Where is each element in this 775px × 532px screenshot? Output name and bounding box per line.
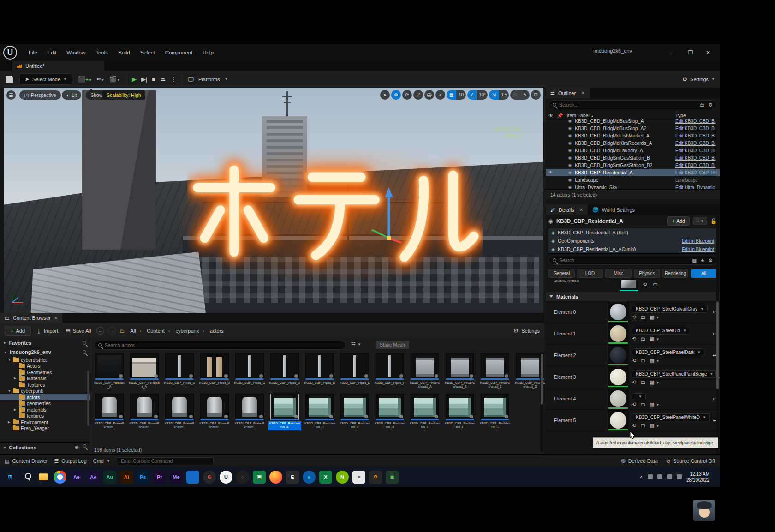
material-picker-icon[interactable]: ▩ ▼ [650,401,659,407]
use-selected-icon[interactable]: ⟲ [632,358,636,364]
materials-section-header[interactable]: Materials [546,292,720,301]
asset-tile[interactable]: KB3D_CBP_Residential_D [373,394,406,430]
asset-tile[interactable]: KB3D_CBP_Residential_E [408,394,441,430]
photoshop-icon[interactable]: Ps [137,471,149,484]
folder-item[interactable]: actors [0,394,90,400]
folder-item[interactable]: Actors [0,363,90,370]
close-icon[interactable]: ✕ [54,316,58,321]
cmd-dropdown[interactable]: Cmd▼ [93,458,110,464]
derived-data-button[interactable]: ⛁Derived Data [621,458,657,464]
close-icon[interactable]: ✕ [581,90,584,96]
start-icon[interactable]: ⊞ [4,471,17,484]
filter-dropdown[interactable]: ☱ ▼ [351,341,361,347]
folder-item[interactable]: Textures [0,382,90,388]
cb-settings-button[interactable]: ⚙ Settings [513,327,540,334]
details-tab[interactable]: 🖉 Details✕ [546,204,588,215]
eye-icon[interactable]: 👁 [548,113,554,118]
scale-snap-value[interactable]: 0.5 [499,90,509,100]
details-search-input[interactable]: Search ▦ ★ ⚙ [548,256,717,265]
material-dropdown[interactable]: KB3D_CBP_SteelPanelPaintBeige▼ [632,370,716,378]
settings-dropdown[interactable]: ⚙ Settings ▼ [682,76,715,83]
add-component-button[interactable]: +Add [667,216,690,226]
folder-item[interactable]: ▶ materials [0,406,90,413]
asset-tile[interactable]: KB3D_CBP_PowerExhaust_ [198,394,231,430]
blueprints-button[interactable]: ▪▫▼ [97,76,105,83]
component-row[interactable]: ◈ GeoComponents Edit in Blueprint [548,237,717,245]
back-icon[interactable]: ← [96,327,104,335]
world-settings-tab[interactable]: 🌐 World Settings [588,204,639,215]
viewport[interactable]: ホテル [4,88,543,313]
surface-snap-icon[interactable]: ⌖ [435,90,445,100]
excel-icon[interactable]: X [319,471,332,484]
folder-item[interactable]: ▶ Environment [0,419,90,425]
search-icon[interactable] [83,444,86,448]
outliner-tab[interactable]: ☰ Outliner✕ [546,88,590,98]
world-space-icon[interactable]: ⨁ [424,90,434,100]
filter-chip[interactable]: Physics [634,269,660,278]
menu-item[interactable]: Build [113,48,135,58]
output-log-button[interactable]: ☰Output Log [54,458,86,464]
scalability-warning[interactable]: Scalability: High [102,90,145,100]
use-selected-icon[interactable]: ⟲ [632,423,636,429]
folder-item[interactable]: ▶ Materials [0,376,90,382]
edit-in-blueprint-link[interactable]: Edit in Blueprint [682,239,714,244]
asset-tile[interactable]: KB3D_CBP_PowerExhaust_ [93,394,126,430]
pin-icon[interactable]: 📌 [557,113,563,119]
asset-search-input[interactable]: Search actors [94,341,346,350]
outliner-row[interactable]: 👁 ◉ KB3D_CBD_BldgMdKiraRecords_A Edit KB… [546,139,720,147]
filter-chip[interactable]: LOD [577,269,603,278]
geforce-icon[interactable]: N [336,471,349,484]
material-dropdown[interactable]: KB3D_CBP_SteelOld▼ [632,327,690,335]
breadcrumb-item[interactable]: cyberpunk [173,328,206,334]
grid-snap-icon[interactable]: ▦ [447,90,456,100]
network-icon[interactable] [648,474,653,479]
eye-icon[interactable]: 👁 [548,170,555,175]
item-label-column[interactable]: Item Label ▲ [567,113,594,118]
menu-item[interactable]: Window [61,48,90,58]
use-selected-icon[interactable]: ⟲ [632,314,636,320]
collections-section[interactable]: ▶ Collections ⊕ [0,442,90,452]
breadcrumb-item[interactable]: actors [208,328,226,334]
round-app-icon[interactable]: ◌ [236,471,249,484]
edit-in-blueprint-link[interactable]: Edit in Blueprint [682,247,714,252]
lit-dropdown[interactable]: ◐Lit [62,90,81,100]
blue-app-icon[interactable] [186,471,199,484]
chrome-icon[interactable] [54,471,66,484]
volume-icon[interactable] [677,474,682,479]
frame-skip-button[interactable]: ▶| [141,76,147,83]
static-mesh-thumbnail[interactable] [620,280,638,291]
folder-item[interactable]: Eren_Yeager [0,425,90,432]
close-button[interactable]: ✕ [699,44,717,61]
source-control-button[interactable]: ⊘Source Control Off [666,458,715,464]
material-thumbnail[interactable] [608,302,628,322]
outliner-row[interactable]: 👁 ◉ Landscape Landscape [546,176,720,184]
maximize-viewport-icon[interactable]: ⊞ [531,90,541,100]
outliner-search-input[interactable]: Search... 🗀 ⚙ [548,100,717,109]
breadcrumb-item[interactable]: All [128,328,143,334]
premiere-icon[interactable]: Pr [153,471,166,484]
edit-blueprint-link[interactable]: Edit KB3D_CBD_Bl [675,155,720,161]
new-folder-icon[interactable]: 🗀 [700,102,705,108]
outliner-row[interactable]: 👁 ◉ KB3D_CBD_BldgSmGasStation_B Edit KB3… [546,154,720,161]
viewport-options-icon[interactable]: ☰ [6,90,16,100]
asset-tile[interactable]: KB3D_CBP_Parallax_A [93,353,126,390]
browse-to-asset-icon[interactable]: 🗀 [640,314,645,320]
asset-tile[interactable]: KB3D_CBP_Residential_C [338,394,371,430]
asset-tile[interactable]: KB3D_CBP_PowerExhaust_A [408,353,441,390]
filter-chip[interactable]: General [548,269,575,278]
use-selected-icon[interactable]: ⟲ [643,281,647,287]
add-actor-button[interactable]: ⬛+▼ [78,76,92,83]
file-explorer-icon[interactable] [37,471,50,484]
asset-tile[interactable]: KB3D_CBP_Residential_F [443,394,477,430]
asset-tile[interactable]: KB3D_CBP_Pipes_F [373,353,406,390]
use-selected-icon[interactable]: ⟲ [632,379,636,385]
component-view-dropdown[interactable]: ▪▫ ▼ [693,217,707,225]
edit-blueprint-link[interactable]: Edit KB3D_CBD_Bl [675,148,720,153]
browse-to-asset-icon[interactable]: 🗀 [640,336,645,342]
g-app-icon[interactable]: G [203,471,216,484]
material-picker-icon[interactable]: ▩ ▼ [650,336,659,342]
outliner-row[interactable]: 👁 ◉ KB3D_CBD_BldgMdLaundry_A Edit KB3D_C… [546,147,720,154]
material-dropdown[interactable]: KB3D_CBP_SteelPanelDark▼ [632,348,704,356]
edit-blueprint-link[interactable]: Edit Ultra_Dynamic [675,185,720,190]
menu-item[interactable]: Help [197,48,219,58]
